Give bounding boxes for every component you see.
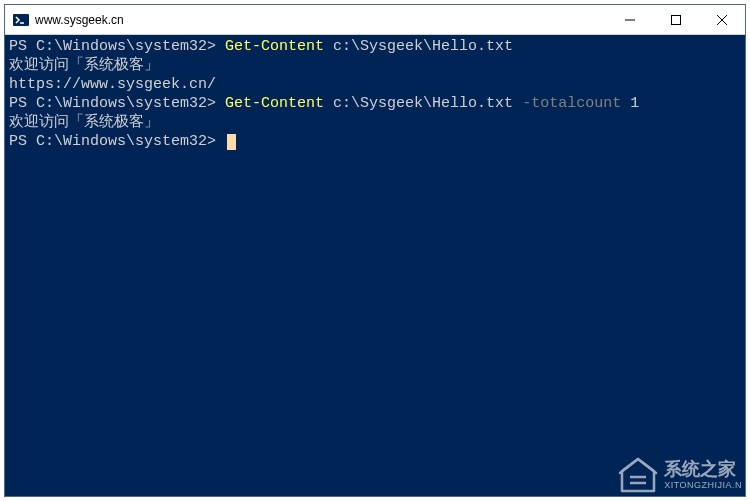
close-button[interactable] <box>699 5 745 34</box>
titlebar[interactable]: www.sysgeek.cn <box>5 5 745 35</box>
terminal-output-line: 欢迎访问「系统极客」 <box>9 56 741 75</box>
window-controls <box>607 5 745 34</box>
terminal-prompt-line: PS C:\Windows\system32> Get-Content c:\S… <box>9 94 741 113</box>
terminal-output-line: 欢迎访问「系统极客」 <box>9 113 741 132</box>
terminal-area[interactable]: PS C:\Windows\system32> Get-Content c:\S… <box>5 35 745 496</box>
maximize-button[interactable] <box>653 5 699 34</box>
powershell-icon <box>13 12 29 28</box>
window-title: www.sysgeek.cn <box>35 13 607 27</box>
svg-rect-0 <box>13 14 29 26</box>
powershell-window: www.sysgeek.cn PS C:\Windows\system32> G… <box>4 4 746 497</box>
minimize-button[interactable] <box>607 5 653 34</box>
terminal-output-line: https://www.sysgeek.cn/ <box>9 75 741 94</box>
terminal-prompt-line: PS C:\Windows\system32> Get-Content c:\S… <box>9 37 741 56</box>
svg-rect-3 <box>672 15 681 24</box>
terminal-prompt-line: PS C:\Windows\system32> <box>9 132 741 151</box>
cursor <box>227 134 236 150</box>
